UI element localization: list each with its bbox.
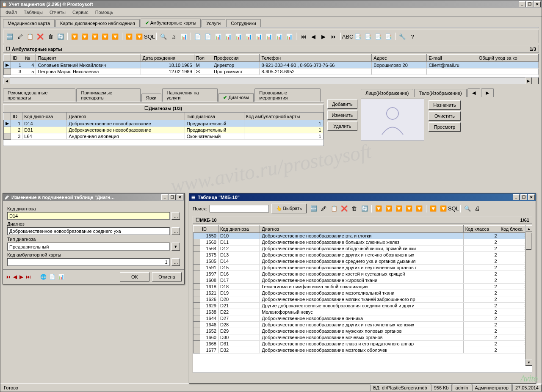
tb-📑[interactable]: 📑 xyxy=(384,32,393,41)
ok-button[interactable]: OK xyxy=(120,272,149,282)
table-row[interactable]: 1608D17Доброкачественное новообразование… xyxy=(194,277,532,284)
scroll-left[interactable]: ◀ xyxy=(3,77,10,84)
table-row[interactable]: 1550D10Доброкачественное новообразование… xyxy=(194,233,532,239)
patients-grid[interactable]: ID№ПациентДата рожденияПолПрофессияТелеф… xyxy=(3,54,539,84)
cancel-button[interactable]: Отмена xyxy=(152,272,182,282)
diag-input[interactable] xyxy=(7,227,170,235)
col[interactable] xyxy=(4,55,11,62)
tb-📊[interactable]: 📊 xyxy=(234,32,243,41)
tb-⏮[interactable]: ⏮ xyxy=(299,32,308,41)
dlg2-max[interactable]: ❐ xyxy=(520,194,527,200)
col[interactable]: Профессия xyxy=(212,55,260,62)
clear-button[interactable]: Очистить xyxy=(429,111,461,121)
maximize-button[interactable]: ❐ xyxy=(526,1,533,7)
code-input[interactable] xyxy=(7,212,170,220)
dlg1-min[interactable]: _ xyxy=(161,194,168,200)
card-input[interactable] xyxy=(7,258,170,266)
tab-3[interactable]: Услуги xyxy=(202,19,225,27)
tb-📊[interactable]: 📊 xyxy=(264,32,274,41)
nav-prev[interactable]: ◀ xyxy=(13,274,17,280)
nav-next[interactable]: ▶ xyxy=(19,274,23,280)
table-row[interactable]: 1677D32Доброкачественное новообразование… xyxy=(194,347,532,353)
tb-🔽[interactable]: 🔽 xyxy=(439,204,448,213)
add-button[interactable]: Добавить xyxy=(327,99,358,109)
tb-📊[interactable]: 📊 xyxy=(285,32,294,41)
menu-Сервис[interactable]: Сервис xyxy=(69,9,92,16)
globe-icon[interactable]: 🌐 xyxy=(40,274,47,280)
tb-SQL[interactable]: SQL xyxy=(449,204,458,213)
col[interactable]: Адрес xyxy=(372,55,427,62)
tab-4[interactable]: Сотрудники xyxy=(226,19,261,27)
tb-📋[interactable]: 📋 xyxy=(329,204,339,213)
tb-🔍[interactable]: 🔍 xyxy=(463,204,472,213)
table-row[interactable]: 1585D14Доброкачественное новообразование… xyxy=(194,258,532,265)
tb-◀[interactable]: ◀ xyxy=(309,32,318,41)
tb-🔄[interactable]: 🔄 xyxy=(360,204,369,213)
tb-🆕[interactable]: 🆕 xyxy=(309,204,318,213)
tb-📊[interactable]: 📊 xyxy=(224,32,233,41)
table-row[interactable]: 1660D30Доброкачественное новообразование… xyxy=(194,334,532,341)
tb-📄[interactable]: 📄 xyxy=(203,32,213,41)
tb-🔽[interactable]: 🔽 xyxy=(135,32,144,41)
table-row[interactable]: 1564D12Доброкачественное новообразование… xyxy=(194,246,532,252)
tb-🖨[interactable]: 🖨 xyxy=(473,204,482,213)
table-row[interactable]: 1644D27Доброкачественное новообразование… xyxy=(194,315,532,322)
tb-🗑[interactable]: 🗑 xyxy=(350,204,359,213)
col[interactable]: Общий уход за ко xyxy=(477,55,538,62)
assign-button[interactable]: Назначить xyxy=(429,100,461,110)
table-row[interactable]: 1575D13Доброкачественное новообразование… xyxy=(194,252,532,258)
menu-Помощь[interactable]: Помощь xyxy=(92,9,117,16)
subtab-3[interactable]: Назначения на услуги xyxy=(162,88,218,102)
table-row[interactable]: 1652D29Доброкачественное новообразование… xyxy=(194,328,532,334)
table-row[interactable]: 1668D31Доброкачественное новообразование… xyxy=(194,341,532,347)
table-row[interactable]: 1560D11Доброкачественное новообразование… xyxy=(194,239,532,246)
subtab-0[interactable]: Рекомендованные препараты xyxy=(3,88,75,102)
tab-2[interactable]: ✔Амбулаторные карты xyxy=(141,19,201,28)
tb-📑[interactable]: 📑 xyxy=(363,32,373,41)
subtab-4[interactable]: ✔Диагнозы xyxy=(218,93,254,102)
type-input[interactable] xyxy=(7,243,170,251)
dlg2-titlebar[interactable]: ☰ Таблица "МКБ-10" _ ❐ ✕ xyxy=(189,193,536,201)
imgtab-0[interactable]: Лицо(Изображение) xyxy=(361,89,413,97)
chart-icon[interactable]: 📊 xyxy=(58,274,64,280)
mkb-grid[interactable]: IDКод диагнозаДиагнозКод классаКод блока… xyxy=(193,225,532,373)
table-row[interactable]: ▶14Соловьев Евгений Михайлович18.10.1965… xyxy=(4,62,539,69)
scroll-right[interactable]: ▶ xyxy=(525,77,532,84)
view-button[interactable]: Просмотр xyxy=(429,122,461,132)
tb-🔧[interactable]: 🔧 xyxy=(398,32,407,41)
table-row[interactable]: 1626D20Доброкачественное новообразование… xyxy=(194,296,532,303)
tb-📄[interactable]: 📄 xyxy=(193,32,202,41)
tb-📊[interactable]: 📊 xyxy=(213,32,223,41)
doc-icon[interactable]: 📄 xyxy=(49,274,55,280)
minimize-button[interactable]: _ xyxy=(519,1,525,7)
dlg1-max[interactable]: ❐ xyxy=(169,194,176,200)
table-row[interactable]: 1638D22Меланоформный невус238 xyxy=(194,309,532,315)
table-row[interactable]: 1597D16Доброкачественное новообразование… xyxy=(194,271,532,277)
tb-📊[interactable]: 📊 xyxy=(244,32,253,41)
col[interactable]: Пациент xyxy=(36,55,141,62)
table-row[interactable]: 1591D15Доброкачественное новообразование… xyxy=(194,265,532,271)
imgtab-right[interactable]: ▶ xyxy=(481,88,494,97)
nav-last[interactable]: ⏭ xyxy=(26,274,31,280)
tb-⏭[interactable]: ⏭ xyxy=(329,32,338,41)
menu-Таблицы[interactable]: Таблицы xyxy=(20,9,46,16)
tb-🔄[interactable]: 🔄 xyxy=(56,32,65,41)
table-row[interactable]: 3L64Андрогенная алопецияОкончательный1 xyxy=(4,133,324,140)
tb-🔽[interactable]: 🔽 xyxy=(111,32,120,41)
tb-🆕[interactable]: 🆕 xyxy=(5,32,14,41)
dlg1-titlebar[interactable]: 🖉 Изменение в подчиненной таблице "Диагн… xyxy=(3,193,184,201)
col[interactable]: ID xyxy=(11,55,23,62)
table-row[interactable]: 1618D18Гемангиома и лимфангиома любой ло… xyxy=(194,284,532,290)
diagnoses-grid[interactable]: IDКод диагнозаДиагнозТип диагнозаКод амб… xyxy=(3,112,324,146)
diag-browse[interactable]: … xyxy=(171,227,180,235)
search-input[interactable] xyxy=(210,205,269,213)
col[interactable]: E-mail xyxy=(427,55,477,62)
tab-1[interactable]: Карты диспансерного наблюдения xyxy=(55,19,140,27)
tb-🔽[interactable]: 🔽 xyxy=(100,32,110,41)
imgtab-left[interactable]: ◀ xyxy=(467,88,480,97)
subtab-5[interactable]: Проводимые мероприятия xyxy=(254,88,320,102)
tb-🖨[interactable]: 🖨 xyxy=(169,32,178,41)
tb-📊[interactable]: 📊 xyxy=(179,32,188,41)
card-browse[interactable]: … xyxy=(171,258,180,266)
table-row[interactable]: 1621D19Доброкачественное новообразование… xyxy=(194,290,532,296)
